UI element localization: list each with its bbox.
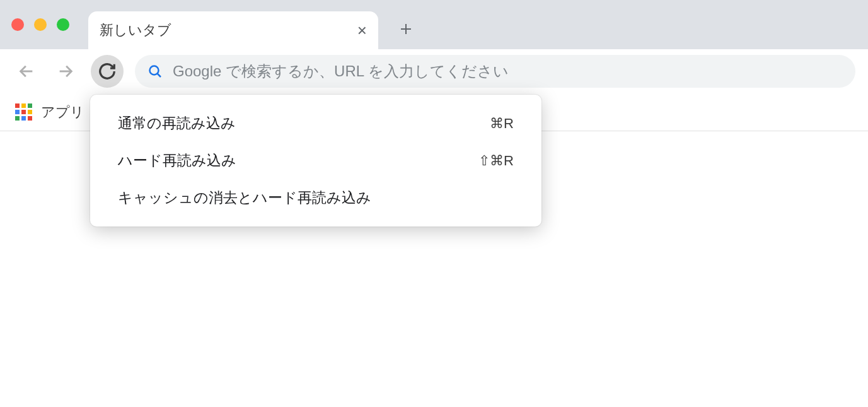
back-button[interactable]	[13, 57, 40, 85]
omnibox-placeholder: Google で検索するか、URL を入力してください	[173, 61, 509, 81]
apps-bookmark[interactable]: アプリ	[41, 103, 84, 122]
toolbar: Google で検索するか、URL を入力してください	[0, 49, 868, 93]
forward-arrow-icon	[57, 62, 74, 80]
svg-point-4	[150, 66, 159, 74]
tab-title: 新しいタブ	[100, 21, 171, 40]
menu-item-empty-cache-hard-reload[interactable]: キャッシュの消去とハード再読み込み	[90, 179, 541, 216]
apps-icon	[15, 103, 32, 121]
reload-context-menu: 通常の再読み込み ⌘R ハード再読み込み ⇧⌘R キャッシュの消去とハード再読み…	[90, 95, 541, 227]
window-controls	[11, 18, 69, 31]
new-tab-button[interactable]	[391, 14, 421, 44]
menu-item-hard-reload[interactable]: ハード再読み込み ⇧⌘R	[90, 142, 541, 179]
menu-item-label: キャッシュの消去とハード再読み込み	[118, 188, 371, 208]
menu-item-label: 通常の再読み込み	[118, 114, 236, 133]
menu-item-shortcut: ⌘R	[490, 115, 514, 132]
browser-tab[interactable]: 新しいタブ ×	[88, 11, 378, 49]
window-maximize-button[interactable]	[57, 18, 69, 31]
reload-icon	[98, 62, 117, 81]
reload-button[interactable]	[91, 55, 124, 88]
omnibox[interactable]: Google で検索するか、URL を入力してください	[135, 55, 855, 88]
back-arrow-icon	[18, 62, 35, 80]
tab-close-button[interactable]: ×	[357, 22, 367, 38]
svg-line-5	[158, 73, 161, 77]
menu-item-shortcut: ⇧⌘R	[478, 153, 514, 169]
menu-item-label: ハード再読み込み	[118, 151, 236, 170]
window-minimize-button[interactable]	[34, 18, 47, 31]
search-icon	[148, 64, 163, 79]
tab-strip: 新しいタブ ×	[0, 0, 868, 49]
window-close-button[interactable]	[11, 18, 24, 31]
menu-item-normal-reload[interactable]: 通常の再読み込み ⌘R	[90, 105, 541, 142]
plus-icon	[398, 21, 414, 37]
forward-button[interactable]	[52, 57, 79, 85]
